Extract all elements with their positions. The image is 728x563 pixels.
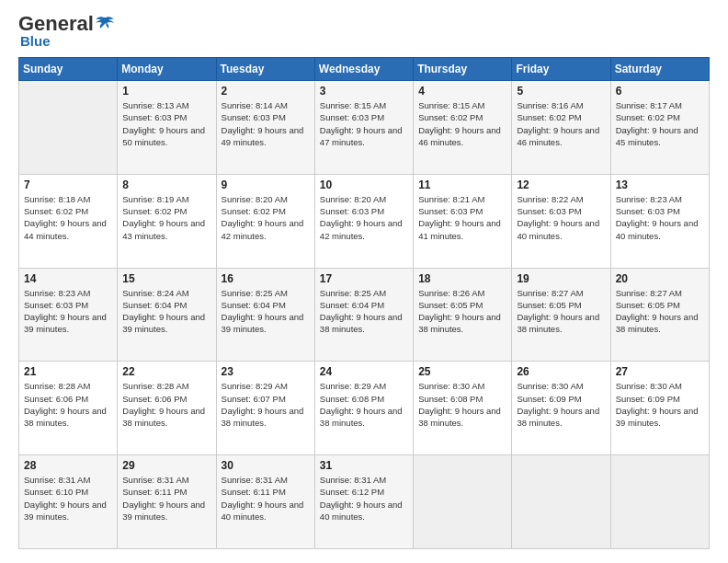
logo-blue-text: Blue xyxy=(20,34,116,48)
day-cell: 13Sunrise: 8:23 AM Sunset: 6:03 PM Dayli… xyxy=(610,174,709,268)
day-cell xyxy=(19,81,118,175)
day-cell: 3Sunrise: 8:15 AM Sunset: 6:03 PM Daylig… xyxy=(314,81,413,175)
day-cell: 17Sunrise: 8:25 AM Sunset: 6:04 PM Dayli… xyxy=(314,268,413,362)
day-cell: 23Sunrise: 8:29 AM Sunset: 6:07 PM Dayli… xyxy=(216,362,314,455)
header-cell-friday: Friday xyxy=(512,58,610,81)
day-number: 12 xyxy=(517,178,605,191)
day-info: Sunrise: 8:18 AM Sunset: 6:02 PM Dayligh… xyxy=(24,193,112,242)
day-cell: 22Sunrise: 8:28 AM Sunset: 6:06 PM Dayli… xyxy=(118,362,216,455)
day-info: Sunrise: 8:27 AM Sunset: 6:05 PM Dayligh… xyxy=(616,287,704,336)
logo-general: General xyxy=(18,14,94,34)
day-number: 10 xyxy=(320,178,408,191)
day-cell: 9Sunrise: 8:20 AM Sunset: 6:02 PM Daylig… xyxy=(216,174,314,268)
day-number: 7 xyxy=(24,178,112,191)
day-number: 6 xyxy=(616,85,704,98)
day-info: Sunrise: 8:31 AM Sunset: 6:11 PM Dayligh… xyxy=(122,474,210,523)
day-number: 23 xyxy=(222,365,310,378)
day-info: Sunrise: 8:19 AM Sunset: 6:02 PM Dayligh… xyxy=(122,193,210,242)
week-row-5: 28Sunrise: 8:31 AM Sunset: 6:10 PM Dayli… xyxy=(19,455,710,549)
logo: General Blue xyxy=(18,14,116,48)
day-info: Sunrise: 8:24 AM Sunset: 6:04 PM Dayligh… xyxy=(122,287,210,336)
day-info: Sunrise: 8:21 AM Sunset: 6:03 PM Dayligh… xyxy=(418,193,506,242)
day-info: Sunrise: 8:16 AM Sunset: 6:02 PM Dayligh… xyxy=(517,99,605,148)
day-info: Sunrise: 8:30 AM Sunset: 6:09 PM Dayligh… xyxy=(517,380,605,429)
header-cell-tuesday: Tuesday xyxy=(216,58,314,81)
day-cell: 8Sunrise: 8:19 AM Sunset: 6:02 PM Daylig… xyxy=(118,174,216,268)
day-number: 18 xyxy=(418,272,506,285)
header-cell-monday: Monday xyxy=(118,58,216,81)
day-cell: 28Sunrise: 8:31 AM Sunset: 6:10 PM Dayli… xyxy=(19,455,118,549)
day-cell: 27Sunrise: 8:30 AM Sunset: 6:09 PM Dayli… xyxy=(610,362,709,455)
day-number: 11 xyxy=(418,178,506,191)
day-info: Sunrise: 8:27 AM Sunset: 6:05 PM Dayligh… xyxy=(517,287,605,336)
day-number: 20 xyxy=(616,272,704,285)
day-cell: 18Sunrise: 8:26 AM Sunset: 6:05 PM Dayli… xyxy=(414,268,512,362)
day-cell: 19Sunrise: 8:27 AM Sunset: 6:05 PM Dayli… xyxy=(512,268,610,362)
day-cell: 14Sunrise: 8:23 AM Sunset: 6:03 PM Dayli… xyxy=(19,268,118,362)
day-cell: 30Sunrise: 8:31 AM Sunset: 6:11 PM Dayli… xyxy=(216,455,314,549)
day-number: 19 xyxy=(517,272,605,285)
day-cell xyxy=(512,455,610,549)
day-info: Sunrise: 8:20 AM Sunset: 6:03 PM Dayligh… xyxy=(320,193,408,242)
day-number: 13 xyxy=(616,178,704,191)
day-info: Sunrise: 8:17 AM Sunset: 6:02 PM Dayligh… xyxy=(616,99,704,148)
day-info: Sunrise: 8:25 AM Sunset: 6:04 PM Dayligh… xyxy=(320,287,408,336)
day-number: 25 xyxy=(418,365,506,378)
header-cell-saturday: Saturday xyxy=(610,58,709,81)
day-info: Sunrise: 8:13 AM Sunset: 6:03 PM Dayligh… xyxy=(122,99,210,148)
day-number: 9 xyxy=(222,178,310,191)
day-info: Sunrise: 8:26 AM Sunset: 6:05 PM Dayligh… xyxy=(418,287,506,336)
day-cell: 25Sunrise: 8:30 AM Sunset: 6:08 PM Dayli… xyxy=(414,362,512,455)
page: General Blue SundayMondayTuesdayWednesda… xyxy=(0,0,728,563)
day-info: Sunrise: 8:22 AM Sunset: 6:03 PM Dayligh… xyxy=(517,193,605,242)
day-number: 1 xyxy=(122,85,210,98)
day-info: Sunrise: 8:31 AM Sunset: 6:12 PM Dayligh… xyxy=(320,474,408,523)
day-cell: 6Sunrise: 8:17 AM Sunset: 6:02 PM Daylig… xyxy=(610,81,709,175)
week-row-1: 1Sunrise: 8:13 AM Sunset: 6:03 PM Daylig… xyxy=(19,81,710,175)
day-info: Sunrise: 8:31 AM Sunset: 6:10 PM Dayligh… xyxy=(24,474,112,523)
day-number: 27 xyxy=(616,365,704,378)
day-info: Sunrise: 8:25 AM Sunset: 6:04 PM Dayligh… xyxy=(222,287,310,336)
day-number: 17 xyxy=(320,272,408,285)
day-number: 15 xyxy=(122,272,210,285)
day-cell: 16Sunrise: 8:25 AM Sunset: 6:04 PM Dayli… xyxy=(216,268,314,362)
header-cell-wednesday: Wednesday xyxy=(314,58,413,81)
day-number: 8 xyxy=(122,178,210,191)
header-cell-sunday: Sunday xyxy=(19,58,118,81)
day-number: 24 xyxy=(320,365,408,378)
day-cell: 26Sunrise: 8:30 AM Sunset: 6:09 PM Dayli… xyxy=(512,362,610,455)
day-info: Sunrise: 8:23 AM Sunset: 6:03 PM Dayligh… xyxy=(616,193,704,242)
calendar-header: SundayMondayTuesdayWednesdayThursdayFrid… xyxy=(19,58,710,81)
header-cell-thursday: Thursday xyxy=(414,58,512,81)
day-cell xyxy=(610,455,709,549)
day-info: Sunrise: 8:15 AM Sunset: 6:03 PM Dayligh… xyxy=(320,99,408,148)
day-number: 28 xyxy=(24,459,112,472)
day-cell: 21Sunrise: 8:28 AM Sunset: 6:06 PM Dayli… xyxy=(19,362,118,455)
logo-bird-icon xyxy=(96,14,116,34)
day-number: 30 xyxy=(222,459,310,472)
day-number: 31 xyxy=(320,459,408,472)
day-cell: 2Sunrise: 8:14 AM Sunset: 6:03 PM Daylig… xyxy=(216,81,314,175)
day-cell: 1Sunrise: 8:13 AM Sunset: 6:03 PM Daylig… xyxy=(118,81,216,175)
week-row-3: 14Sunrise: 8:23 AM Sunset: 6:03 PM Dayli… xyxy=(19,268,710,362)
day-number: 22 xyxy=(122,365,210,378)
day-cell: 10Sunrise: 8:20 AM Sunset: 6:03 PM Dayli… xyxy=(314,174,413,268)
day-cell xyxy=(414,455,512,549)
day-cell: 15Sunrise: 8:24 AM Sunset: 6:04 PM Dayli… xyxy=(118,268,216,362)
day-info: Sunrise: 8:28 AM Sunset: 6:06 PM Dayligh… xyxy=(24,380,112,429)
day-cell: 5Sunrise: 8:16 AM Sunset: 6:02 PM Daylig… xyxy=(512,81,610,175)
day-info: Sunrise: 8:29 AM Sunset: 6:07 PM Dayligh… xyxy=(222,380,310,429)
day-cell: 20Sunrise: 8:27 AM Sunset: 6:05 PM Dayli… xyxy=(610,268,709,362)
calendar-body: 1Sunrise: 8:13 AM Sunset: 6:03 PM Daylig… xyxy=(19,81,710,549)
header: General Blue xyxy=(18,14,710,48)
day-cell: 31Sunrise: 8:31 AM Sunset: 6:12 PM Dayli… xyxy=(314,455,413,549)
day-info: Sunrise: 8:29 AM Sunset: 6:08 PM Dayligh… xyxy=(320,380,408,429)
day-number: 14 xyxy=(24,272,112,285)
day-info: Sunrise: 8:15 AM Sunset: 6:02 PM Dayligh… xyxy=(418,99,506,148)
day-number: 5 xyxy=(517,85,605,98)
calendar-table: SundayMondayTuesdayWednesdayThursdayFrid… xyxy=(18,57,710,549)
day-cell: 4Sunrise: 8:15 AM Sunset: 6:02 PM Daylig… xyxy=(414,81,512,175)
day-number: 4 xyxy=(418,85,506,98)
day-cell: 12Sunrise: 8:22 AM Sunset: 6:03 PM Dayli… xyxy=(512,174,610,268)
week-row-4: 21Sunrise: 8:28 AM Sunset: 6:06 PM Dayli… xyxy=(19,362,710,455)
